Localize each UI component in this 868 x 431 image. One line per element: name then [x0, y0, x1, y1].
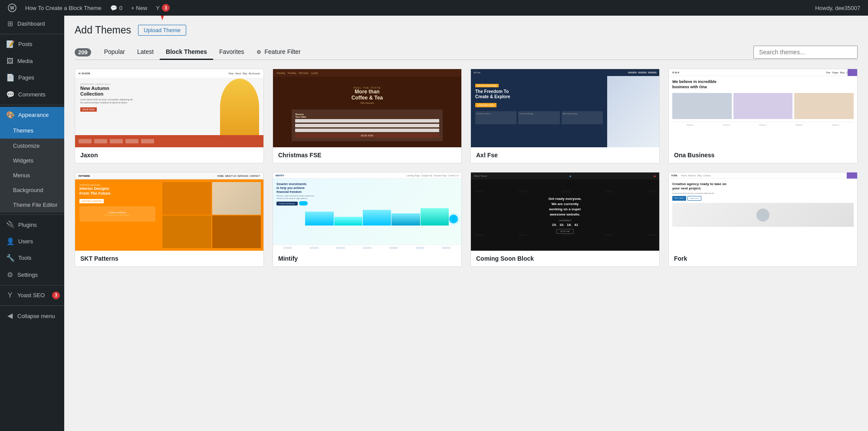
- tab-latest[interactable]: Latest: [131, 45, 160, 60]
- skt-nav: PATTERNS HOMEABOUT USSERVICESCONTACT: [75, 172, 263, 179]
- sidebar-item-media[interactable]: 🖼 Media: [0, 53, 64, 70]
- appearance-submenu: Themes Customize Widgets Menus Backgroun…: [0, 123, 64, 212]
- theme-name-ona: Ona Business: [669, 147, 857, 163]
- axl-content: Get Stunning Design The Freedom ToCreate…: [471, 76, 607, 147]
- sidebar-label-background: Background: [13, 186, 43, 194]
- sidebar-item-menus[interactable]: Menus: [0, 168, 64, 183]
- sidebar-divider-5: [0, 305, 64, 306]
- wp-logo-icon: W: [8, 3, 16, 12]
- sidebar-item-pages[interactable]: 📄 Pages: [0, 70, 64, 86]
- tab-block-themes[interactable]: Block Themes: [160, 45, 213, 60]
- yoast-badge: 3: [162, 4, 170, 12]
- sidebar-label-plugins: Plugins: [18, 221, 37, 229]
- tabs-bar: 209 Popular Latest Block Themes Favorite…: [75, 45, 858, 60]
- sidebar-item-comments[interactable]: 💬 Comments: [0, 86, 64, 103]
- theme-thumbnail-axl: Ad Fse Get Stunning Design The Freedom T…: [471, 69, 659, 147]
- sidebar-label-customize: Customize: [13, 142, 39, 150]
- comments-item[interactable]: 💬 0: [106, 0, 127, 16]
- tab-favorites[interactable]: Favorites: [213, 45, 250, 60]
- sidebar-item-appearance[interactable]: 🎨 Appearance: [0, 107, 64, 123]
- theme-card-fork[interactable]: FORK HomePatternsBlogContact ft Creative…: [668, 172, 858, 267]
- pages-icon: 📄: [6, 73, 15, 83]
- sidebar-label-posts: Posts: [18, 40, 33, 48]
- posts-icon: 📝: [6, 40, 15, 49]
- theme-thumbnail-fork: FORK HomePatternsBlogContact ft Creative…: [669, 172, 857, 251]
- sidebar-divider-4: [0, 285, 64, 285]
- ona-images: [672, 93, 854, 119]
- sidebar-label-pages: Pages: [18, 74, 34, 82]
- sidebar-item-tools[interactable]: 🔧 Tools: [0, 250, 64, 266]
- comment-count: 0: [119, 5, 122, 11]
- sidebar-item-settings[interactable]: ⚙ Settings: [0, 267, 64, 283]
- sidebar-label-dashboard: Dashboard: [17, 20, 45, 28]
- page-title: Add Themes: [75, 24, 131, 36]
- main-content: Help ▾ Add Themes Upload Theme 209 Popul…: [64, 16, 868, 431]
- comments-icon: 💬: [6, 90, 15, 99]
- yoast-sidebar-icon: Y: [6, 291, 14, 300]
- yoast-item[interactable]: Y 3: [151, 0, 174, 16]
- xmas-form: ReserveYour Table BOOK NOW: [292, 109, 442, 141]
- sidebar-item-users[interactable]: 👤 Users: [0, 233, 64, 250]
- sidebar-item-customize[interactable]: Customize: [0, 139, 64, 153]
- sidebar-label-media: Media: [17, 57, 33, 65]
- sidebar-item-widgets[interactable]: Widgets: [0, 153, 64, 168]
- tab-feature-filter[interactable]: ⚙ Feature Filter: [250, 45, 307, 60]
- upload-theme-button[interactable]: Upload Theme: [138, 25, 186, 36]
- tools-icon: 🔧: [6, 253, 15, 263]
- sidebar-label-themes: Themes: [13, 127, 33, 135]
- theme-thumbnail-jaxon: H JAXON ShopAboutBlogMy Account STARTING…: [75, 69, 263, 147]
- gear-icon: ⚙: [256, 49, 261, 55]
- theme-name-jaxon: Jaxon: [75, 147, 263, 163]
- sidebar-item-yoast[interactable]: Y Yoast SEO 3: [0, 287, 64, 304]
- xmas-btn: BOOK NOW: [295, 133, 439, 138]
- sidebar-item-themes[interactable]: Themes: [0, 123, 64, 138]
- sidebar-divider-1: [0, 34, 64, 34]
- theme-card-jaxon[interactable]: H JAXON ShopAboutBlogMy Account STARTING…: [75, 69, 264, 163]
- sidebar-label-tools: Tools: [18, 254, 31, 262]
- axl-title: The Freedom ToCreate & Explore: [475, 89, 603, 99]
- collapse-icon: ◀: [6, 311, 14, 321]
- sidebar-label-appearance: Appearance: [18, 111, 49, 119]
- sidebar-label-users: Users: [18, 238, 33, 245]
- theme-card-axl[interactable]: Ad Fse Get Stunning Design The Freedom T…: [470, 69, 660, 163]
- sidebar-label-settings: Settings: [17, 271, 38, 279]
- theme-name-fork: Fork: [669, 251, 857, 266]
- new-item[interactable]: + New: [127, 0, 151, 16]
- theme-thumbnail-skt: PATTERNS HOMEABOUT USSERVICESCONTACT Int…: [75, 172, 263, 251]
- ona-body: We believe in incrediblebusiness with On…: [669, 76, 857, 147]
- sidebar-item-dashboard[interactable]: ⊞ Dashboard: [0, 16, 64, 32]
- sidebar-item-posts[interactable]: 📝 Posts: [0, 36, 64, 53]
- theme-search-input[interactable]: [753, 46, 858, 59]
- dashboard-icon: ⊞: [6, 19, 14, 29]
- site-name-item[interactable]: How To Create a Block Theme: [21, 0, 106, 16]
- comment-icon: 💬: [110, 5, 117, 11]
- new-label: + New: [131, 5, 147, 11]
- red-arrow-annotation: [155, 16, 169, 20]
- sidebar-item-theme-file-editor[interactable]: Theme File Editor: [0, 198, 64, 212]
- tab-popular[interactable]: Popular: [98, 45, 131, 60]
- jaxon-sub: Lorem ipsum dolor sit amet, consectetur …: [80, 98, 133, 104]
- theme-count: 209: [75, 48, 91, 56]
- xmas-header: Trending Trending Gift Cards Loyalty: [273, 69, 461, 77]
- sidebar-divider-2: [0, 105, 64, 105]
- theme-card-christmas[interactable]: Trending Trending Gift Cards Loyalty Fee…: [273, 69, 462, 163]
- user-greeting: Howdy, dee35007: [815, 5, 865, 11]
- feature-filter-label: Feature Filter: [265, 48, 301, 55]
- sidebar-item-collapse[interactable]: ◀ Collapse menu: [0, 308, 64, 324]
- sidebar-divider-3: [0, 214, 64, 215]
- sidebar-label-menus: Menus: [13, 172, 30, 179]
- sidebar-item-plugins[interactable]: 🔌 Plugins: [0, 216, 64, 233]
- theme-card-ona[interactable]: O N A PlanPagesBlogContact We believe in…: [668, 69, 858, 163]
- site-name: How To Create a Block Theme: [25, 5, 102, 11]
- axl-body: Get Stunning Design The Freedom ToCreate…: [471, 76, 659, 147]
- theme-card-mintify[interactable]: MINTIFY Landing PageGoogle AdsSample Pag…: [273, 172, 462, 267]
- theme-card-coming[interactable]: Block Theme ● ● Get ready everyone.We ar…: [470, 172, 660, 267]
- sidebar-item-background[interactable]: Background: [0, 183, 64, 198]
- jaxon-text: STARTING FROM $247 New AutumnCollection …: [75, 78, 138, 135]
- wp-logo-item[interactable]: W: [3, 0, 21, 16]
- ona-headline: We believe in incrediblebusiness with On…: [672, 80, 854, 90]
- page-header: Add Themes Upload Theme: [75, 24, 858, 36]
- jaxon-nav: H JAXON ShopAboutBlogMy Account: [75, 69, 263, 78]
- theme-card-skt[interactable]: PATTERNS HOMEABOUT USSERVICESCONTACT Int…: [75, 172, 264, 267]
- theme-name-skt: SKT Patterns: [75, 251, 263, 266]
